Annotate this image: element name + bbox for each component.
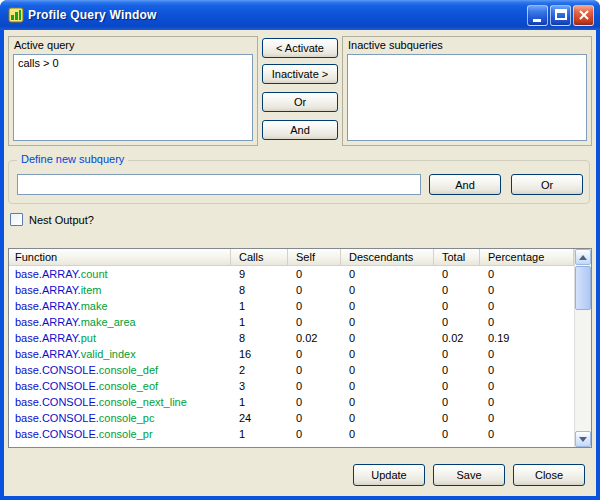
cell-self: 0 xyxy=(288,428,341,440)
table-row[interactable]: base.ARRAY.item80000 xyxy=(9,282,574,298)
profile-query-window: Profile Query Window Active query calls … xyxy=(0,0,600,500)
close-icon xyxy=(574,5,593,26)
cell-self: 0 xyxy=(288,300,341,312)
vertical-scrollbar[interactable] xyxy=(574,249,591,447)
maximize-button[interactable] xyxy=(550,5,571,26)
cell-total: 0 xyxy=(434,300,480,312)
header-self[interactable]: Self xyxy=(288,249,341,265)
cell-calls: 1 xyxy=(231,396,288,408)
cell-pct: 0 xyxy=(480,348,574,360)
table-row[interactable]: base.ARRAY.valid_index160000 xyxy=(9,346,574,362)
cell-desc: 0 xyxy=(341,348,434,360)
cell-total: 0 xyxy=(434,412,480,424)
table-row[interactable]: base.CONSOLE.console_def20000 xyxy=(9,362,574,378)
table-row[interactable]: base.ARRAY.make_area10000 xyxy=(9,314,574,330)
scroll-down-icon xyxy=(579,437,587,442)
scroll-down-button[interactable] xyxy=(575,431,591,447)
nest-output-checkbox[interactable] xyxy=(10,213,23,226)
cell-self: 0 xyxy=(288,396,341,408)
cell-total: 0 xyxy=(434,428,480,440)
define-subquery-label: Define new subquery xyxy=(17,153,128,165)
cell-total: 0 xyxy=(434,284,480,296)
cell-pct: 0 xyxy=(480,380,574,392)
table-body: base.ARRAY.count90000base.ARRAY.item8000… xyxy=(9,266,574,447)
update-button[interactable]: Update xyxy=(353,464,425,486)
cell-total: 0 xyxy=(434,396,480,408)
inactive-subqueries-frame: Inactive subqueries xyxy=(342,36,592,146)
subquery-and-button[interactable]: And xyxy=(429,174,501,195)
cell-total: 0 xyxy=(434,364,480,376)
table-row[interactable]: base.CONSOLE.console_pc240000 xyxy=(9,410,574,426)
cell-pct: 0.19 xyxy=(480,332,574,344)
inactive-subqueries-label: Inactive subqueries xyxy=(348,39,443,51)
cell-self: 0 xyxy=(288,412,341,424)
active-query-item[interactable]: calls > 0 xyxy=(14,55,252,71)
cell-total: 0 xyxy=(434,268,480,280)
scroll-thumb[interactable] xyxy=(575,266,591,310)
close-dialog-button[interactable]: Close xyxy=(513,464,585,486)
cell-desc: 0 xyxy=(341,300,434,312)
header-descendants[interactable]: Descendants xyxy=(341,249,434,265)
header-function[interactable]: Function xyxy=(9,249,231,265)
cell-total: 0 xyxy=(434,348,480,360)
cell-pct: 0 xyxy=(480,428,574,440)
table-row[interactable]: base.ARRAY.count90000 xyxy=(9,266,574,282)
cell-function: base.CONSOLE.console_def xyxy=(9,364,231,376)
cell-self: 0 xyxy=(288,316,341,328)
table-header: Function Calls Self Descendants Total Pe… xyxy=(9,249,574,266)
scroll-up-button[interactable] xyxy=(575,249,591,265)
table-row[interactable]: base.ARRAY.put80.0200.020.19 xyxy=(9,330,574,346)
cell-function: base.ARRAY.count xyxy=(9,268,231,280)
cell-function: base.CONSOLE.console_pr xyxy=(9,428,231,440)
cell-self: 0 xyxy=(288,268,341,280)
cell-self: 0 xyxy=(288,364,341,376)
table-row[interactable]: base.ARRAY.make10000 xyxy=(9,298,574,314)
cell-calls: 8 xyxy=(231,332,288,344)
cell-pct: 0 xyxy=(480,364,574,376)
active-query-list[interactable]: calls > 0 xyxy=(13,54,253,141)
header-calls[interactable]: Calls xyxy=(231,249,288,265)
cell-desc: 0 xyxy=(341,268,434,280)
cell-desc: 0 xyxy=(341,412,434,424)
define-subquery-group: Define new subquery And Or xyxy=(8,160,590,204)
cell-pct: 0 xyxy=(480,316,574,328)
cell-calls: 16 xyxy=(231,348,288,360)
close-button[interactable] xyxy=(573,5,594,26)
or-query-button[interactable]: Or xyxy=(262,92,338,112)
table-row[interactable]: base.CONSOLE.console_next_line10000 xyxy=(9,394,574,410)
cell-calls: 1 xyxy=(231,316,288,328)
cell-calls: 1 xyxy=(231,428,288,440)
save-button[interactable]: Save xyxy=(433,464,505,486)
table-row[interactable]: base.CONSOLE.console_pr10000 xyxy=(9,426,574,442)
cell-self: 0 xyxy=(288,284,341,296)
cell-function: base.ARRAY.make_area xyxy=(9,316,231,328)
cell-function: base.ARRAY.make xyxy=(9,300,231,312)
cell-calls: 2 xyxy=(231,364,288,376)
titlebar[interactable]: Profile Query Window xyxy=(0,0,600,30)
active-query-label: Active query xyxy=(14,39,75,51)
subquery-or-button[interactable]: Or xyxy=(511,174,583,195)
cell-total: 0.02 xyxy=(434,332,480,344)
and-query-button[interactable]: And xyxy=(262,120,338,140)
header-percentage[interactable]: Percentage xyxy=(480,249,574,265)
cell-desc: 0 xyxy=(341,428,434,440)
cell-desc: 0 xyxy=(341,364,434,376)
cell-pct: 0 xyxy=(480,412,574,424)
activate-button[interactable]: < Activate xyxy=(262,38,338,58)
table-row[interactable]: base.CONSOLE.console_eof30000 xyxy=(9,378,574,394)
header-total[interactable]: Total xyxy=(434,249,480,265)
nest-output-label: Nest Output? xyxy=(29,214,94,226)
app-icon xyxy=(8,7,24,23)
cell-calls: 9 xyxy=(231,268,288,280)
subquery-input[interactable] xyxy=(17,174,421,195)
inactivate-button[interactable]: Inactivate > xyxy=(262,64,338,84)
cell-pct: 0 xyxy=(480,268,574,280)
inactive-subqueries-list[interactable] xyxy=(347,54,587,141)
cell-pct: 0 xyxy=(480,300,574,312)
window-title: Profile Query Window xyxy=(28,8,527,22)
cell-self: 0 xyxy=(288,348,341,360)
cell-pct: 0 xyxy=(480,396,574,408)
minimize-button[interactable] xyxy=(527,5,548,26)
cell-function: base.CONSOLE.console_pc xyxy=(9,412,231,424)
cell-self: 0 xyxy=(288,380,341,392)
